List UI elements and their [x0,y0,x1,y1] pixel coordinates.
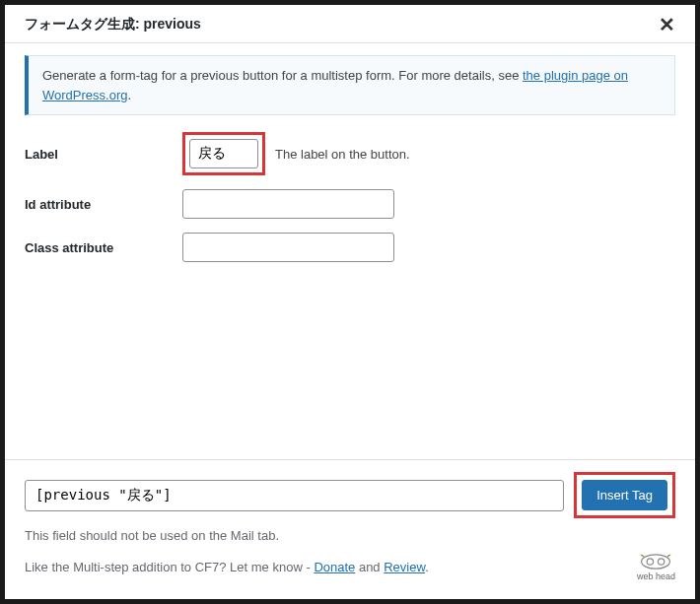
footer-row: Insert Tag [25,472,675,518]
footer-credits: Like the Multi-step addition to CF7? Let… [25,560,429,574]
class-input-wrap [182,233,394,262]
info-text-after: . [127,88,131,102]
insert-button-highlight: Insert Tag [574,472,675,518]
svg-point-0 [642,555,670,569]
label-label: Label [25,147,182,162]
id-input-wrap [182,189,394,219]
modal-footer: Insert Tag This field should not be used… [5,459,695,599]
footer-note: This field should not be used on the Mai… [25,528,675,543]
label-input[interactable] [189,139,258,168]
label-help: The label on the button. [275,147,410,162]
label-input-wrap: The label on the button. [182,132,410,175]
id-label: Id attribute [25,197,182,212]
credits-before: Like the Multi-step addition to CF7? Let… [25,560,314,574]
form-content: Label The label on the button. Id attrib… [5,127,695,459]
form-row-id: Id attribute [25,189,675,219]
insert-tag-button[interactable]: Insert Tag [582,480,667,510]
label-highlight [182,132,265,175]
webhead-text: web head [637,572,675,581]
form-row-class: Class attribute [25,233,675,262]
tag-output[interactable] [25,480,564,511]
footer-bottom: Like the Multi-step addition to CF7? Let… [25,553,675,581]
form-tag-generator-modal: フォームタグ生成: previous ✕ Generate a form-tag… [5,5,695,599]
form-table: Label The label on the button. Id attrib… [25,132,675,262]
credits-period: . [425,560,429,574]
close-button[interactable]: ✕ [659,15,675,34]
modal-title: フォームタグ生成: previous [25,16,201,34]
info-box: Generate a form-tag for a previous butto… [25,55,675,115]
webhead-icon [640,553,671,570]
class-label: Class attribute [25,240,182,255]
svg-point-2 [659,559,665,565]
webhead-logo: web head [637,553,675,581]
id-input[interactable] [182,189,394,219]
svg-point-1 [648,559,654,565]
class-input[interactable] [182,233,394,262]
review-link[interactable]: Review [384,560,425,574]
donate-link[interactable]: Donate [314,560,355,574]
close-icon: ✕ [659,14,675,35]
credits-and: and [355,560,384,574]
modal-header: フォームタグ生成: previous ✕ [5,5,695,43]
form-row-label: Label The label on the button. [25,132,675,175]
info-text-before: Generate a form-tag for a previous butto… [42,68,523,83]
